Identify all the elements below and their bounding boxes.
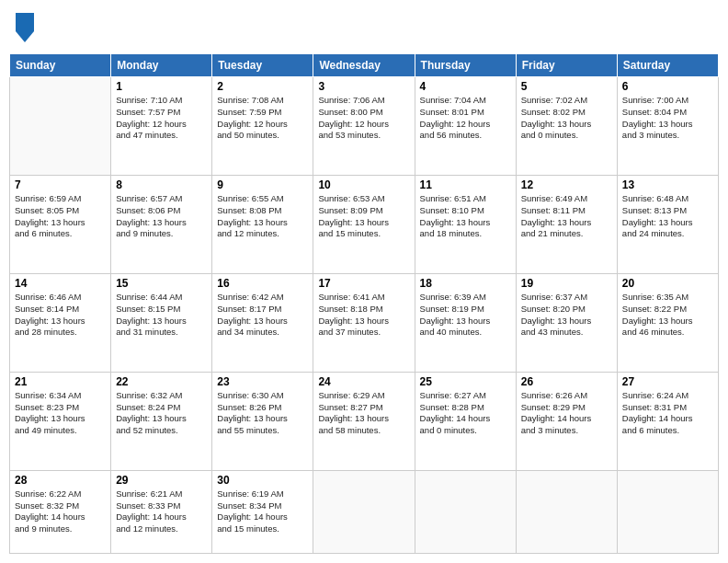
calendar-cell (415, 470, 516, 553)
calendar-week-row: 1Sunrise: 7:10 AM Sunset: 7:57 PM Daylig… (10, 77, 719, 176)
day-info: Sunrise: 7:08 AM Sunset: 7:59 PM Dayligh… (217, 95, 308, 142)
calendar-cell: 19Sunrise: 6:37 AM Sunset: 8:20 PM Dayli… (516, 273, 617, 372)
calendar-cell: 15Sunrise: 6:44 AM Sunset: 8:15 PM Dayli… (111, 273, 212, 372)
day-info: Sunrise: 6:48 AM Sunset: 8:13 PM Dayligh… (622, 193, 713, 240)
day-number: 28 (15, 474, 106, 487)
day-info: Sunrise: 6:51 AM Sunset: 8:10 PM Dayligh… (420, 193, 511, 240)
calendar-cell: 24Sunrise: 6:29 AM Sunset: 8:27 PM Dayli… (313, 372, 415, 470)
calendar-cell: 3Sunrise: 7:06 AM Sunset: 8:00 PM Daylig… (313, 77, 415, 176)
day-info: Sunrise: 6:35 AM Sunset: 8:22 PM Dayligh… (622, 292, 713, 339)
day-info: Sunrise: 6:55 AM Sunset: 8:08 PM Dayligh… (217, 193, 308, 240)
weekday-header: Wednesday (313, 54, 415, 77)
day-number: 9 (217, 178, 308, 191)
calendar-cell: 8Sunrise: 6:57 AM Sunset: 8:06 PM Daylig… (111, 175, 212, 273)
day-number: 18 (420, 277, 511, 290)
day-number: 21 (15, 375, 106, 388)
calendar-week-row: 21Sunrise: 6:34 AM Sunset: 8:23 PM Dayli… (10, 372, 719, 470)
calendar-cell: 25Sunrise: 6:27 AM Sunset: 8:28 PM Dayli… (415, 372, 516, 470)
calendar-cell (617, 470, 718, 553)
calendar-cell: 26Sunrise: 6:26 AM Sunset: 8:29 PM Dayli… (516, 372, 617, 470)
calendar-cell: 28Sunrise: 6:22 AM Sunset: 8:32 PM Dayli… (10, 470, 111, 553)
weekday-header: Monday (111, 54, 212, 77)
calendar-week-row: 28Sunrise: 6:22 AM Sunset: 8:32 PM Dayli… (10, 470, 719, 553)
calendar-cell: 29Sunrise: 6:21 AM Sunset: 8:33 PM Dayli… (111, 470, 212, 553)
day-number: 17 (318, 277, 409, 290)
calendar-cell: 20Sunrise: 6:35 AM Sunset: 8:22 PM Dayli… (617, 273, 718, 372)
calendar-week-row: 7Sunrise: 6:59 AM Sunset: 8:05 PM Daylig… (10, 175, 719, 273)
calendar-cell: 12Sunrise: 6:49 AM Sunset: 8:11 PM Dayli… (516, 175, 617, 273)
calendar-cell: 5Sunrise: 7:02 AM Sunset: 8:02 PM Daylig… (516, 77, 617, 176)
day-number: 15 (116, 277, 207, 290)
day-number: 13 (622, 178, 713, 191)
calendar-cell: 22Sunrise: 6:32 AM Sunset: 8:24 PM Dayli… (111, 372, 212, 470)
day-info: Sunrise: 6:42 AM Sunset: 8:17 PM Dayligh… (217, 292, 308, 339)
day-number: 6 (622, 80, 713, 93)
calendar-cell: 18Sunrise: 6:39 AM Sunset: 8:19 PM Dayli… (415, 273, 516, 372)
calendar-cell: 17Sunrise: 6:41 AM Sunset: 8:18 PM Dayli… (313, 273, 415, 372)
day-info: Sunrise: 6:27 AM Sunset: 8:28 PM Dayligh… (420, 390, 511, 437)
day-info: Sunrise: 6:29 AM Sunset: 8:27 PM Dayligh… (318, 390, 409, 437)
header (9, 9, 719, 46)
calendar-cell: 14Sunrise: 6:46 AM Sunset: 8:14 PM Dayli… (10, 273, 111, 372)
calendar-cell: 9Sunrise: 6:55 AM Sunset: 8:08 PM Daylig… (212, 175, 313, 273)
calendar-cell: 16Sunrise: 6:42 AM Sunset: 8:17 PM Dayli… (212, 273, 313, 372)
day-number: 24 (318, 375, 409, 388)
weekday-header: Tuesday (212, 54, 313, 77)
calendar-cell (10, 77, 111, 176)
day-number: 20 (622, 277, 713, 290)
calendar-table: SundayMondayTuesdayWednesdayThursdayFrid… (9, 53, 719, 554)
calendar-cell: 11Sunrise: 6:51 AM Sunset: 8:10 PM Dayli… (415, 175, 516, 273)
day-number: 2 (217, 80, 308, 93)
day-info: Sunrise: 6:32 AM Sunset: 8:24 PM Dayligh… (116, 390, 207, 437)
header-row: SundayMondayTuesdayWednesdayThursdayFrid… (10, 54, 719, 77)
day-info: Sunrise: 6:37 AM Sunset: 8:20 PM Dayligh… (521, 292, 612, 339)
day-info: Sunrise: 6:49 AM Sunset: 8:11 PM Dayligh… (521, 193, 612, 240)
day-info: Sunrise: 6:39 AM Sunset: 8:19 PM Dayligh… (420, 292, 511, 339)
weekday-header: Sunday (10, 54, 111, 77)
day-info: Sunrise: 6:59 AM Sunset: 8:05 PM Dayligh… (15, 193, 106, 240)
calendar-cell: 1Sunrise: 7:10 AM Sunset: 7:57 PM Daylig… (111, 77, 212, 176)
calendar-cell: 27Sunrise: 6:24 AM Sunset: 8:31 PM Dayli… (617, 372, 718, 470)
day-number: 11 (420, 178, 511, 191)
calendar-week-row: 14Sunrise: 6:46 AM Sunset: 8:14 PM Dayli… (10, 273, 719, 372)
calendar-cell: 21Sunrise: 6:34 AM Sunset: 8:23 PM Dayli… (10, 372, 111, 470)
day-info: Sunrise: 6:24 AM Sunset: 8:31 PM Dayligh… (622, 390, 713, 437)
day-number: 19 (521, 277, 612, 290)
day-info: Sunrise: 7:02 AM Sunset: 8:02 PM Dayligh… (521, 95, 612, 142)
calendar-cell (313, 470, 415, 553)
calendar-cell: 10Sunrise: 6:53 AM Sunset: 8:09 PM Dayli… (313, 175, 415, 273)
day-number: 16 (217, 277, 308, 290)
weekday-header: Thursday (415, 54, 516, 77)
svg-marker-0 (16, 13, 34, 42)
day-number: 30 (217, 474, 308, 487)
day-number: 25 (420, 375, 511, 388)
weekday-header: Saturday (617, 54, 718, 77)
day-info: Sunrise: 6:57 AM Sunset: 8:06 PM Dayligh… (116, 193, 207, 240)
day-info: Sunrise: 7:00 AM Sunset: 8:04 PM Dayligh… (622, 95, 713, 142)
day-number: 10 (318, 178, 409, 191)
day-number: 5 (521, 80, 612, 93)
weekday-header: Friday (516, 54, 617, 77)
day-number: 29 (116, 474, 207, 487)
day-info: Sunrise: 6:41 AM Sunset: 8:18 PM Dayligh… (318, 292, 409, 339)
day-number: 22 (116, 375, 207, 388)
calendar-cell: 6Sunrise: 7:00 AM Sunset: 8:04 PM Daylig… (617, 77, 718, 176)
day-number: 4 (420, 80, 511, 93)
calendar-cell (516, 470, 617, 553)
calendar-cell: 4Sunrise: 7:04 AM Sunset: 8:01 PM Daylig… (415, 77, 516, 176)
day-info: Sunrise: 6:22 AM Sunset: 8:32 PM Dayligh… (15, 488, 106, 535)
day-number: 26 (521, 375, 612, 388)
calendar-cell: 23Sunrise: 6:30 AM Sunset: 8:26 PM Dayli… (212, 372, 313, 470)
calendar-cell: 7Sunrise: 6:59 AM Sunset: 8:05 PM Daylig… (10, 175, 111, 273)
day-info: Sunrise: 6:34 AM Sunset: 8:23 PM Dayligh… (15, 390, 106, 437)
day-number: 27 (622, 375, 713, 388)
day-info: Sunrise: 6:53 AM Sunset: 8:09 PM Dayligh… (318, 193, 409, 240)
day-info: Sunrise: 7:06 AM Sunset: 8:00 PM Dayligh… (318, 95, 409, 142)
day-info: Sunrise: 6:21 AM Sunset: 8:33 PM Dayligh… (116, 488, 207, 535)
day-number: 8 (116, 178, 207, 191)
day-info: Sunrise: 7:10 AM Sunset: 7:57 PM Dayligh… (116, 95, 207, 142)
calendar-cell: 2Sunrise: 7:08 AM Sunset: 7:59 PM Daylig… (212, 77, 313, 176)
day-number: 3 (318, 80, 409, 93)
day-number: 12 (521, 178, 612, 191)
logo-icon (16, 13, 34, 42)
